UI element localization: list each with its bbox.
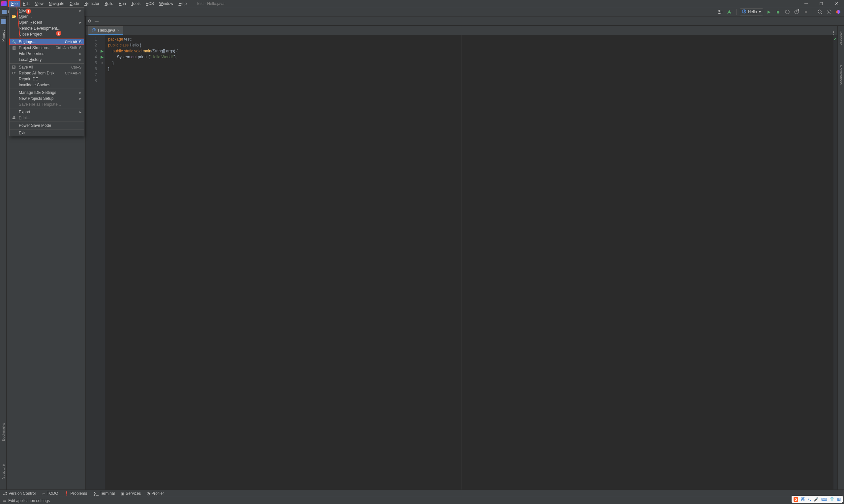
svg-line-23 — [830, 10, 831, 11]
menu-navigate[interactable]: Navigate — [46, 0, 67, 7]
menu-refactor[interactable]: Refactor — [82, 0, 102, 7]
gutter-icons: ▶▶⊖ — [99, 35, 105, 489]
status-hint: Edit application settings — [8, 499, 50, 503]
annotation-badge-1: 1 — [26, 8, 31, 14]
status-bar: ▭ Edit application settings 8:1 CRL — [0, 497, 844, 504]
toolbox-icon[interactable] — [835, 8, 842, 16]
editor-tab-hello[interactable]: Ⓙ Hello.java × — [88, 26, 123, 35]
separator — [736, 9, 737, 15]
editor-body[interactable]: 12345678 ▶▶⊖ package test;public class H… — [86, 35, 838, 489]
menu-view[interactable]: View — [32, 0, 46, 7]
file-menu-item[interactable]: Manage IDE Settings▸ — [10, 90, 84, 95]
bottom-tool-version-control[interactable]: ⎇Version Control — [3, 491, 36, 496]
menu-help[interactable]: Help — [176, 0, 189, 7]
file-menu-item[interactable]: 🖫Save AllCtrl+S — [10, 64, 84, 70]
minimize-button[interactable] — [798, 0, 814, 7]
editor-error-stripe[interactable]: ✔ — [833, 35, 838, 489]
file-menu-popup[interactable]: New▸📂Open...Open Recent▸Remote Developme… — [9, 7, 84, 137]
bookmarks-tool-label[interactable]: Bookmarks — [1, 422, 5, 443]
svg-line-22 — [828, 13, 828, 14]
file-menu-item: Save File as Template... — [10, 102, 84, 107]
ime-mode[interactable]: 英 — [801, 497, 805, 502]
file-menu-item[interactable]: Invalidate Caches... — [10, 82, 84, 88]
bottom-tool-problems[interactable]: ❗Problems — [64, 491, 87, 496]
bottom-tool-terminal[interactable]: ❯_Terminal — [93, 491, 115, 496]
bottom-tool-todo[interactable]: ≔TODO — [41, 491, 58, 496]
profile-button[interactable]: ▾ — [793, 8, 800, 16]
ime-mic-icon[interactable]: 🎤 — [814, 497, 819, 502]
file-menu-item[interactable]: 📂Open... — [10, 14, 84, 19]
debug-button[interactable] — [774, 8, 782, 16]
menu-window[interactable]: Window — [157, 0, 176, 7]
file-menu-item[interactable]: Local History▸ — [10, 57, 84, 62]
menu-file[interactable]: File — [8, 0, 20, 7]
ime-keyboard-icon[interactable]: ⌨ — [821, 497, 827, 502]
file-menu-item[interactable]: Remote Development... — [10, 25, 84, 31]
stop-button[interactable]: ■ — [802, 8, 809, 16]
code-with-me-icon[interactable]: + — [717, 8, 724, 16]
svg-rect-1 — [820, 2, 823, 5]
run-button[interactable]: ▶ — [765, 8, 773, 16]
bottom-tool-profiler[interactable]: ◔Profiler — [147, 491, 164, 496]
file-menu-item: 🖶Print... — [10, 115, 84, 121]
tab-label: Hello.java — [98, 28, 115, 33]
structure-tool-label[interactable]: Structure — [1, 463, 5, 480]
maximize-button[interactable] — [814, 0, 829, 7]
editor-tabs: Ⓙ Hello.java × ⋮ — [86, 26, 838, 35]
run-gutter-icon[interactable]: ▶ — [99, 54, 105, 60]
app-root: FileEditViewNavigateCodeRefactorBuildRun… — [0, 0, 844, 504]
file-menu-item[interactable]: Export▸ — [10, 109, 84, 115]
menu-edit[interactable]: Edit — [20, 0, 32, 7]
file-menu-item[interactable]: Close Project — [10, 31, 84, 37]
file-menu-item[interactable]: ▥Project Structure...Ctrl+Alt+Shift+S — [10, 45, 84, 51]
file-menu-item[interactable]: Exit — [10, 130, 84, 136]
file-menu-item[interactable]: New▸ — [10, 7, 84, 14]
bottom-tool-services[interactable]: ▣Services — [121, 491, 141, 496]
file-menu-item[interactable]: File Properties▸ — [10, 51, 84, 57]
ime-toolbar[interactable]: S 英 • , 🎤 ⌨ 👕 ▦ — [792, 496, 843, 503]
run-gutter-icon[interactable]: ▶ — [99, 48, 105, 54]
ime-punct-icon[interactable]: • , — [807, 497, 811, 502]
file-menu-item[interactable]: Open Recent▸ — [10, 19, 84, 25]
run-config-selector[interactable]: Ⓙ Hello ▾ — [740, 8, 763, 16]
menu-vcs[interactable]: VCS — [143, 0, 157, 7]
svg-line-8 — [776, 11, 777, 12]
tab-more-icon[interactable]: ⋮ — [831, 30, 836, 35]
file-menu-item[interactable]: 🔧Settings...Ctrl+Alt+S — [10, 39, 84, 45]
inspection-ok-icon[interactable]: ✔ — [833, 37, 837, 41]
file-menu-item[interactable]: New Projects Setup▸ — [10, 95, 84, 102]
menu-tools[interactable]: Tools — [128, 0, 143, 7]
chevron-down-icon: ▾ — [759, 10, 761, 14]
coverage-button[interactable] — [784, 8, 791, 16]
svg-line-9 — [779, 11, 780, 12]
fold-icon[interactable]: ⊖ — [99, 60, 105, 66]
svg-point-6 — [777, 11, 779, 14]
file-menu-item[interactable]: Repair IDE — [10, 76, 84, 82]
search-everywhere-icon[interactable] — [816, 8, 824, 16]
close-tab-icon[interactable]: × — [117, 28, 120, 33]
menu-run[interactable]: Run — [116, 0, 128, 7]
toolbar: te + Ⓙ Hello ▾ ▶ ▾ — [0, 7, 844, 16]
file-menu-item[interactable]: Power Save Mode — [10, 123, 84, 128]
code-editor[interactable]: package test;public class Hello { public… — [105, 35, 833, 489]
status-tip-icon: ▭ — [3, 499, 6, 503]
notifications-tool-label[interactable]: Notifications — [839, 64, 843, 86]
gear-icon[interactable]: ⚙ — [88, 19, 91, 23]
menu-code[interactable]: Code — [67, 0, 82, 7]
project-folder-icon — [2, 10, 6, 14]
database-tool-label[interactable]: Database — [839, 28, 843, 47]
menu-build[interactable]: Build — [102, 0, 116, 7]
close-button[interactable] — [829, 0, 844, 7]
project-tool-label[interactable]: Project — [1, 29, 5, 43]
main-area: Project Bookmarks Structure ⚙ — Ⓙ — [0, 16, 844, 489]
window-title: test - Hello.java — [197, 1, 225, 6]
hide-panel-icon[interactable]: — — [94, 19, 99, 23]
project-panel-header: ⚙ — — [86, 16, 844, 26]
separator — [813, 9, 813, 15]
ime-skin-icon[interactable]: 👕 — [829, 497, 834, 502]
ide-settings-icon[interactable] — [826, 8, 833, 16]
file-menu-item[interactable]: ⟳Reload All from DiskCtrl+Alt+Y — [10, 70, 84, 76]
ime-toolbox-icon[interactable]: ▦ — [837, 497, 841, 502]
build-icon[interactable] — [726, 8, 733, 16]
project-tool-icon[interactable] — [1, 19, 5, 24]
